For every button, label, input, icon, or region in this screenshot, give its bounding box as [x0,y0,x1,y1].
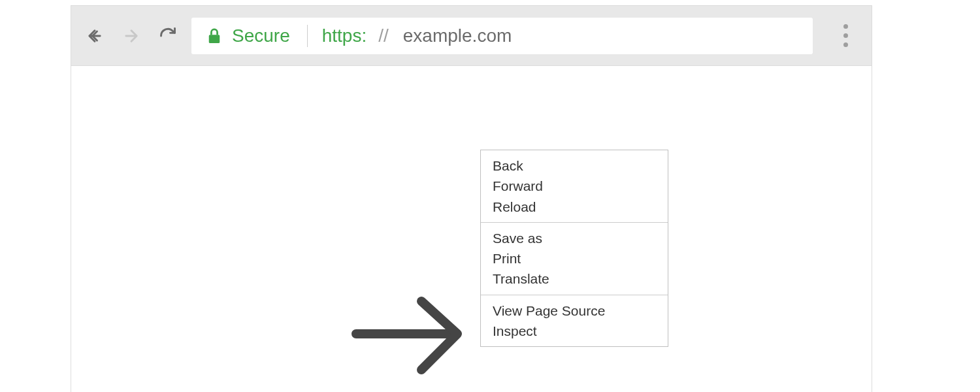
lock-icon [207,27,221,44]
browser-toolbar: Secure https: // example.com [71,6,872,66]
reload-icon [159,27,177,45]
page-content: Back Forward Reload Save as Print Transl… [71,66,872,392]
browser-window: Secure https: // example.com Back Forwar… [71,5,872,392]
menu-item-translate[interactable]: Translate [481,269,668,289]
menu-item-back[interactable]: Back [481,155,668,176]
dot-icon [843,42,848,47]
svg-rect-1 [209,35,220,43]
url-protocol: https: [322,25,367,46]
secure-label: Secure [232,25,290,46]
menu-item-inspect[interactable]: Inspect [481,321,668,341]
menu-item-print[interactable]: Print [481,248,668,269]
url-domain: example.com [403,25,512,46]
address-divider [307,25,308,47]
annotation-arrow-icon [350,295,480,389]
browser-menu-button[interactable] [832,24,858,47]
address-bar[interactable]: Secure https: // example.com [191,18,813,54]
context-menu-group: View Page Source Inspect [481,295,668,347]
context-menu-group: Save as Print Translate [481,223,668,295]
reload-button[interactable] [157,25,178,46]
context-menu: Back Forward Reload Save as Print Transl… [480,150,668,347]
url-slashes: // [378,25,389,46]
arrow-left-icon [86,27,104,45]
dot-icon [843,33,848,38]
menu-item-forward[interactable]: Forward [481,176,668,196]
menu-item-view-source[interactable]: View Page Source [481,301,668,321]
back-button[interactable] [84,25,105,46]
forward-button[interactable] [121,25,142,46]
navigation-buttons [84,25,178,46]
menu-item-save-as[interactable]: Save as [481,228,668,248]
dot-icon [843,24,848,29]
menu-item-reload[interactable]: Reload [481,197,668,217]
context-menu-group: Back Forward Reload [481,150,668,222]
arrow-right-icon [122,27,140,45]
